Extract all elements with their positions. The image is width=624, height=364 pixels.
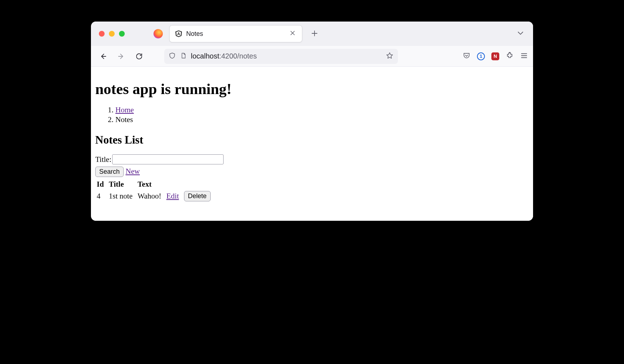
minimize-window-button[interactable] bbox=[109, 31, 115, 37]
page-content: notes app is running! Home Notes Notes L… bbox=[91, 67, 533, 221]
firefox-icon bbox=[153, 29, 163, 38]
url-host: localhost bbox=[191, 52, 219, 60]
shield-icon[interactable] bbox=[169, 52, 176, 61]
new-link[interactable]: New bbox=[125, 167, 140, 176]
back-button[interactable] bbox=[96, 49, 110, 64]
table-row: 4 1st note Wahoo! Edit Delete bbox=[95, 190, 214, 203]
title-input[interactable] bbox=[112, 154, 224, 164]
noscript-icon[interactable]: N bbox=[491, 52, 499, 60]
col-title: Title bbox=[107, 179, 136, 190]
col-id: Id bbox=[95, 179, 107, 190]
list-all-tabs-button[interactable] bbox=[517, 29, 524, 38]
tab-close-button[interactable] bbox=[288, 29, 297, 39]
home-link[interactable]: Home bbox=[115, 106, 134, 114]
navigation-toolbar: localhost:4200/notes 1 N bbox=[91, 46, 533, 67]
action-row: Search New bbox=[95, 167, 529, 177]
col-actions2 bbox=[183, 179, 214, 190]
onepassword-icon[interactable]: 1 bbox=[477, 52, 485, 60]
tab-title: Notes bbox=[186, 30, 285, 38]
reload-button[interactable] bbox=[132, 49, 146, 64]
cell-text: Wahoo! bbox=[136, 190, 165, 203]
table-header-row: Id Title Text bbox=[95, 179, 214, 190]
search-form: Title: bbox=[95, 154, 529, 164]
page-info-icon[interactable] bbox=[180, 52, 187, 60]
address-bar[interactable]: localhost:4200/notes bbox=[164, 49, 398, 64]
cell-title: 1st note bbox=[107, 190, 136, 203]
url-text: localhost:4200/notes bbox=[191, 52, 257, 60]
tab-bar: Notes bbox=[91, 22, 533, 46]
cell-id: 4 bbox=[95, 190, 107, 203]
breadcrumb: Home Notes bbox=[95, 106, 529, 124]
delete-button[interactable]: Delete bbox=[184, 191, 211, 201]
cell-delete: Delete bbox=[183, 190, 214, 203]
angular-icon bbox=[175, 30, 183, 38]
toolbar-right: 1 N bbox=[463, 52, 528, 61]
page-heading: notes app is running! bbox=[95, 80, 529, 98]
forward-button[interactable] bbox=[114, 49, 128, 64]
col-actions bbox=[165, 179, 183, 190]
notes-table: Id Title Text 4 1st note Wahoo! Edit Del… bbox=[95, 179, 214, 203]
breadcrumb-item-notes: Notes bbox=[115, 115, 529, 124]
pocket-icon[interactable] bbox=[463, 52, 471, 61]
browser-tab[interactable]: Notes bbox=[169, 25, 302, 42]
close-window-button[interactable] bbox=[99, 31, 105, 37]
cell-edit: Edit bbox=[165, 190, 183, 203]
search-button[interactable]: Search bbox=[95, 167, 124, 177]
col-text: Text bbox=[136, 179, 165, 190]
title-label: Title: bbox=[95, 155, 111, 164]
window-controls bbox=[99, 31, 125, 37]
menu-icon[interactable] bbox=[520, 52, 528, 61]
edit-link[interactable]: Edit bbox=[166, 192, 179, 200]
browser-window: Notes localhos bbox=[91, 22, 533, 221]
breadcrumb-item-home: Home bbox=[115, 106, 529, 115]
new-tab-button[interactable] bbox=[309, 26, 320, 42]
maximize-window-button[interactable] bbox=[119, 31, 125, 37]
url-path: :4200/notes bbox=[219, 52, 257, 60]
section-heading: Notes List bbox=[95, 134, 529, 146]
bookmark-star-icon[interactable] bbox=[386, 52, 394, 61]
extensions-icon[interactable] bbox=[506, 52, 514, 61]
